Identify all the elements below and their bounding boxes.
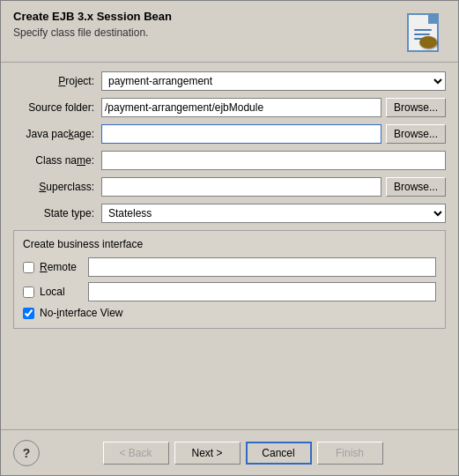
doc-icon	[407, 13, 439, 52]
class-name-label: Class name:	[13, 154, 101, 167]
project-label: Project:	[13, 75, 101, 87]
superclass-browse-button[interactable]: Browse...	[386, 177, 446, 197]
remote-row: Remote	[23, 257, 436, 277]
state-type-row: State type: Stateless Stateful Singleton	[13, 204, 446, 223]
no-interface-label: No-interface View	[40, 307, 123, 319]
no-interface-row: No-interface View	[23, 307, 436, 319]
local-row: Local	[23, 282, 436, 301]
superclass-row: Superclass: Browse...	[13, 177, 446, 197]
class-name-row: Class name:	[13, 151, 446, 170]
create-ejb-dialog: Create EJB 3.x Session Bean Specify clas…	[0, 0, 459, 476]
no-interface-checkbox[interactable]	[23, 308, 34, 319]
project-select[interactable]: payment-arrangement	[101, 71, 446, 91]
java-package-row: Java package: Browse...	[13, 124, 446, 144]
java-package-label: Java package:	[13, 128, 101, 140]
dialog-subtitle: Specify class file destination.	[13, 26, 400, 39]
project-row: Project: payment-arrangement	[13, 71, 446, 91]
dialog-header: Create EJB 3.x Session Bean Specify clas…	[1, 1, 458, 63]
dialog-title: Create EJB 3.x Session Bean	[13, 10, 400, 23]
state-type-select[interactable]: Stateless Stateful Singleton	[101, 204, 446, 223]
footer-buttons: < Back Next > Cancel Finish	[40, 442, 446, 465]
superclass-input[interactable]	[101, 177, 381, 197]
finish-button[interactable]: Finish	[317, 442, 383, 465]
remote-input[interactable]	[88, 257, 436, 277]
source-folder-row: Source folder: Browse...	[13, 98, 446, 117]
next-button[interactable]: Next >	[174, 442, 241, 465]
local-input[interactable]	[88, 282, 436, 301]
form-content: Project: payment-arrangement Source fold…	[1, 63, 458, 429]
back-button[interactable]: < Back	[103, 442, 169, 465]
icon-line	[414, 29, 432, 31]
help-icon: ?	[23, 446, 31, 460]
remote-label: Remote	[40, 261, 88, 273]
state-type-label: State type:	[13, 207, 101, 219]
project-combo-wrapper: payment-arrangement	[101, 71, 446, 91]
java-package-input[interactable]	[101, 124, 381, 144]
icon-line	[414, 33, 430, 35]
help-button[interactable]: ?	[13, 440, 40, 466]
header-text: Create EJB 3.x Session Bean Specify clas…	[13, 10, 400, 39]
source-folder-input[interactable]	[101, 98, 381, 117]
local-checkbox[interactable]	[23, 286, 34, 298]
class-name-input[interactable]	[101, 151, 446, 170]
local-label: Local	[40, 286, 88, 298]
remote-checkbox[interactable]	[23, 262, 34, 273]
state-type-combo-wrapper: Stateless Stateful Singleton	[101, 204, 446, 223]
cancel-button[interactable]: Cancel	[246, 442, 312, 465]
source-folder-browse-button[interactable]: Browse...	[386, 98, 446, 117]
business-interface-group: Create business interface Remote Local N…	[13, 230, 446, 329]
business-interface-label: Create business interface	[23, 238, 436, 250]
java-package-browse-button[interactable]: Browse...	[386, 124, 446, 144]
ejb-icon	[400, 10, 446, 56]
dialog-footer: ? < Back Next > Cancel Finish	[1, 429, 458, 475]
source-folder-label: Source folder:	[13, 101, 101, 114]
bean-icon	[419, 36, 437, 48]
superclass-label: Superclass:	[13, 181, 101, 193]
